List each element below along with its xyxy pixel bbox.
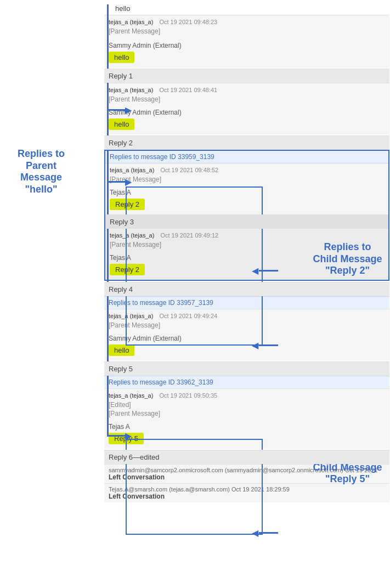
reply3-label: Reply 3 xyxy=(110,218,384,226)
reply2-username: tejas_a (tejas_a) xyxy=(110,167,154,173)
arrow-reply3-line xyxy=(259,270,278,272)
reply5-message: tejas_a (tejas_a) Oct 19 2021 09:50:35 [… xyxy=(104,388,389,449)
right-annotation-reply2: Replies to Child Message "Reply 2" xyxy=(308,241,387,277)
reply1-sender: Sammy Admin (External) xyxy=(109,109,385,116)
reply2-timestamp: Oct 19 2021 09:48:52 xyxy=(160,167,218,173)
reply4-bubble: hello xyxy=(109,344,134,356)
reply5-sender: Tejas A xyxy=(109,423,385,431)
arrow-reply4-head: ◀ xyxy=(252,340,258,350)
left-conv-2: Tejas.A@smarsh.com (tejas.a@smarsh.com) … xyxy=(104,483,389,502)
msg-sender: Sammy Admin (External) xyxy=(109,42,385,49)
reply6-row: Reply 6—edited xyxy=(104,450,389,464)
arrow-reply6-line xyxy=(259,532,278,534)
reply3-row: Reply 3 xyxy=(105,214,388,229)
arrow-reply1-head: ▶ xyxy=(125,105,132,115)
reply2-replies-to-header: Replies to message ID 33959_3139 xyxy=(105,151,388,163)
reply2-label: Reply 2 xyxy=(109,139,385,147)
arrow-reply6-head: ◀ xyxy=(252,528,258,538)
reply1-message: tejas_a (tejas_a) Oct 19 2021 09:48:41 [… xyxy=(104,83,389,134)
reply2-bubble: Reply 2 xyxy=(110,199,145,210)
reply4-row: Reply 4 xyxy=(104,282,389,296)
reply5-label: Reply 5 xyxy=(109,365,385,373)
reply4-timestamp: Oct 19 2021 09:49:24 xyxy=(159,313,217,319)
left-annotation: Replies to Parent Message "hello" xyxy=(5,148,77,195)
reply5-timestamp: Oct 19 2021 09:50:35 xyxy=(159,392,217,399)
reply1-label: Reply 1 xyxy=(109,72,385,80)
reply3-bubble: Reply 2 xyxy=(110,264,145,275)
reply2-sender: Tejas A xyxy=(110,189,384,196)
reply1-username: tejas_a (tejas_a) xyxy=(109,87,153,93)
reply4-replies-to-header-row: Replies to message ID 33957_3139 xyxy=(104,296,389,309)
arrow-reply5-head: ▶ xyxy=(125,431,132,441)
reply2-message: tejas_a (tejas_a) Oct 19 2021 09:48:52 [… xyxy=(105,163,388,214)
reply4-message: tejas_a (tejas_a) Oct 19 2021 09:49:24 [… xyxy=(104,309,389,360)
reply3-timestamp: Oct 19 2021 09:49:12 xyxy=(160,232,218,239)
left-conv-2-text: Left Conversation xyxy=(109,493,385,500)
reply1-bubble: hello xyxy=(109,118,134,130)
msg-username: tejas_a (tejas_a) xyxy=(109,19,153,25)
reply4-label: Reply 4 xyxy=(109,285,385,293)
reply4-sender: Sammy Admin (External) xyxy=(109,335,385,342)
msg-label: [Parent Message] xyxy=(109,27,385,35)
reply3-username: tejas_a (tejas_a) xyxy=(110,232,154,239)
thread-title: hello xyxy=(104,2,389,15)
reply5-username: tejas_a (tejas_a) xyxy=(109,392,153,399)
msg-bubble: hello xyxy=(109,52,134,63)
msg-timestamp: Oct 19 2021 09:48:23 xyxy=(159,19,217,25)
reply4-username: tejas_a (tejas_a) xyxy=(109,313,153,319)
reply5-row: Reply 5 xyxy=(104,361,389,376)
reply1-row: Reply 1 xyxy=(104,69,389,83)
arrow-reply4-line xyxy=(259,344,278,346)
reply6-label: Reply 6—edited xyxy=(109,453,385,461)
reply5-edited-label: [Edited] xyxy=(109,401,385,409)
arrow-reply3-head: ◀ xyxy=(252,265,258,276)
reply1-timestamp: Oct 19 2021 09:48:41 xyxy=(159,87,217,93)
reply5-replies-to-header-row: Replies to message ID 33962_3139 xyxy=(104,376,389,388)
reply4-msg-label: [Parent Message] xyxy=(109,321,385,329)
reply5-msg-label: [Parent Message] xyxy=(109,410,385,417)
reply1-msg-label: [Parent Message] xyxy=(109,95,385,103)
original-message: tejas_a (tejas_a) Oct 19 2021 09:48:23 [… xyxy=(104,15,389,67)
reply2-msg-label: [Parent Message] xyxy=(110,176,384,183)
arrow-reply2-head: ▶ xyxy=(125,177,132,187)
reply2-row: Reply 2 xyxy=(104,135,389,150)
left-conv-2-meta: Tejas.A@smarsh.com (tejas.a@smarsh.com) … xyxy=(109,486,385,493)
